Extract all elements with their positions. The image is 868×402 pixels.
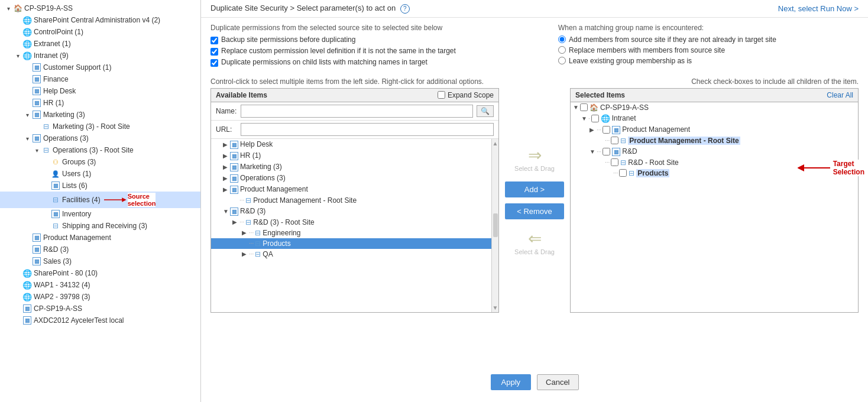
checkbox-row-2: Duplicate permissions on child lists wit… [210, 58, 511, 67]
expand-scope-container[interactable]: Expand Scope [438, 91, 494, 99]
sidebar-item-2[interactable]: 🌐ControlPoint (1) [0, 26, 200, 38]
sel-icon-5: ⊟ [620, 158, 626, 167]
sel-check-2[interactable] [603, 126, 610, 134]
available-tree: ▶▦Help Desk▶▦HR (1)▶▦Marketing (3)▶▦Oper… [211, 139, 498, 312]
avail-item-7[interactable]: ▶···⊟R&D (3) - Root Site [211, 217, 498, 228]
url-input[interactable] [241, 123, 494, 136]
avail-item-4[interactable]: ▶▦Product Management [211, 184, 498, 195]
sel-toggle-1[interactable]: ▼ [581, 115, 588, 122]
avail-item-2[interactable]: ▶▦Marketing (3) [211, 161, 498, 173]
avail-toggle-10[interactable]: ▶ [242, 251, 249, 257]
sel-toggle-2[interactable]: ▶ [590, 127, 597, 133]
sidebar-item-4[interactable]: ▾🌐Intranet (9) [0, 50, 200, 61]
avail-toggle-7[interactable]: ▶ [232, 219, 239, 225]
sidebar-item-12[interactable]: ▾⊟Operations (3) - Root Site [0, 144, 200, 156]
add-button[interactable]: Add > [505, 181, 564, 197]
sidebar-item-24[interactable]: 🌐WAP2 - 39798 (3) [0, 291, 200, 303]
sel-item-2[interactable]: ▶···▦Product Management [571, 124, 858, 135]
select-drag-bottom-label: Select & Drag [514, 248, 555, 255]
avail-toggle-2[interactable]: ▶ [223, 164, 230, 170]
sel-check-3[interactable] [611, 137, 618, 144]
sidebar-item-8[interactable]: ▦HR (1) [0, 97, 200, 109]
radio-1[interactable] [558, 46, 566, 54]
sel-check-6[interactable] [619, 169, 627, 177]
radios-container: Add members from source site if they are… [558, 35, 859, 65]
sidebar-item-1[interactable]: 🌐SharePoint Central Administration v4 (2… [0, 14, 200, 26]
sidebar-item-11[interactable]: ▾▦Operations (3) [0, 132, 200, 144]
avail-label-6: R&D (3) [240, 207, 265, 215]
avail-toggle-3[interactable]: ▶ [223, 175, 230, 181]
label-4: Intranet (9) [34, 51, 69, 60]
sidebar-item-0[interactable]: ▾🏠CP-SP19-A-SS [0, 2, 200, 14]
checkbox-2[interactable] [210, 59, 218, 67]
avail-toggle-6[interactable]: ▼ [223, 208, 230, 215]
radio-0[interactable] [558, 35, 566, 43]
avail-toggle-0[interactable]: ▶ [223, 141, 230, 148]
sidebar-item-10[interactable]: ⊟Marketing (3) - Root Site [0, 121, 200, 132]
sidebar-item-3[interactable]: 🌐Extranet (1) [0, 38, 200, 50]
tree-spacer-25 [14, 305, 21, 312]
sel-toggle-4[interactable]: ▼ [590, 148, 597, 155]
search-button[interactable]: 🔍 [477, 105, 494, 117]
sel-check-1[interactable] [591, 115, 599, 122]
help-icon[interactable]: ? [400, 4, 410, 14]
options-right-title: When a matching group name is encountere… [558, 24, 859, 32]
scrollbar[interactable]: ▲ ▼ [491, 139, 498, 312]
sidebar-item-16[interactable]: ⊟Facilities (4) Sourceselection [0, 192, 200, 208]
cancel-button[interactable]: Cancel [537, 374, 578, 390]
avail-toggle-1[interactable]: ▶ [223, 153, 230, 159]
sel-item-4[interactable]: ▼···▦R&D [571, 146, 858, 157]
sidebar-item-13[interactable]: ⚇Groups (3) [0, 156, 200, 168]
sidebar-item-7[interactable]: ▦Help Desk [0, 85, 200, 97]
sel-check-0[interactable] [580, 103, 588, 111]
sidebar-item-20[interactable]: ▦R&D (3) [0, 244, 200, 255]
tree-toggle-9[interactable]: ▾ [24, 111, 31, 118]
clear-all-link[interactable]: Clear All [827, 91, 853, 99]
radio-2[interactable] [558, 57, 566, 64]
label-11: Operations (3) [43, 134, 89, 142]
apply-button[interactable]: Apply [491, 374, 532, 390]
tree-toggle-11[interactable]: ▾ [24, 135, 31, 142]
label-5: Customer Support (1) [43, 63, 111, 72]
sel-check-5[interactable] [611, 158, 618, 166]
sidebar-item-25[interactable]: ▦CP-SP19-A-SS [0, 303, 200, 315]
avail-item-3[interactable]: ▶▦Operations (3) [211, 173, 498, 184]
tree-toggle-12[interactable]: ▾ [33, 147, 40, 154]
expand-scope-checkbox[interactable] [438, 91, 445, 99]
tree-toggle-4[interactable]: ▾ [14, 52, 21, 59]
avail-item-0[interactable]: ▶▦Help Desk [211, 139, 498, 150]
sidebar-item-9[interactable]: ▾▦Marketing (3) [0, 109, 200, 121]
next-run-now-link[interactable]: Next, select Run Now > [778, 4, 859, 13]
avail-toggle-4[interactable]: ▶ [223, 186, 230, 193]
sel-toggle-0[interactable]: ▼ [573, 104, 580, 111]
avail-item-9[interactable]: ···⊟Products [211, 238, 498, 249]
avail-item-1[interactable]: ▶▦HR (1) [211, 150, 498, 161]
name-search-input[interactable] [241, 105, 473, 118]
sel-check-4[interactable] [603, 148, 610, 155]
avail-item-6[interactable]: ▼▦R&D (3) [211, 206, 498, 217]
sidebar-item-22[interactable]: 🌐SharePoint - 80 (10) [0, 267, 200, 279]
sidebar-item-6[interactable]: ▦Finance [0, 73, 200, 85]
label-14: Users (1) [62, 170, 91, 178]
avail-item-10[interactable]: ▶···⊟QA [211, 249, 498, 260]
sel-item-3[interactable]: ···⊟Product Management - Root Site [571, 135, 858, 146]
sidebar-item-26[interactable]: ▦AXDC2012 AycelerTest local [0, 315, 200, 326]
sel-item-1[interactable]: ▼·🌐Intranet [571, 113, 858, 124]
sidebar-item-14[interactable]: 👤Users (1) [0, 168, 200, 180]
sidebar-item-5[interactable]: ▦Customer Support (1) [0, 61, 200, 73]
sidebar-item-15[interactable]: ▦Lists (6) [0, 180, 200, 192]
sidebar-item-23[interactable]: 🌐WAP1 - 34132 (4) [0, 279, 200, 291]
avail-item-5[interactable]: ···⊟Product Management - Root Site [211, 195, 498, 206]
remove-button[interactable]: < Remove [505, 203, 564, 219]
sidebar-item-19[interactable]: ▦Product Management [0, 232, 200, 244]
sidebar-item-21[interactable]: ▦Sales (3) [0, 255, 200, 267]
tree-toggle-0[interactable]: ▾ [5, 5, 12, 12]
tree-spacer-22 [14, 270, 21, 277]
sidebar-item-18[interactable]: ⊟Shipping and Receiving (3) [0, 220, 200, 232]
sidebar-item-17[interactable]: ▦Inventory [0, 208, 200, 220]
checkbox-1[interactable] [210, 48, 218, 56]
sel-item-0[interactable]: ▼🏠CP-SP19-A-SS [571, 102, 858, 113]
avail-item-8[interactable]: ▶···⊟Engineering [211, 228, 498, 238]
checkbox-0[interactable] [210, 37, 218, 44]
avail-toggle-8[interactable]: ▶ [242, 229, 249, 236]
